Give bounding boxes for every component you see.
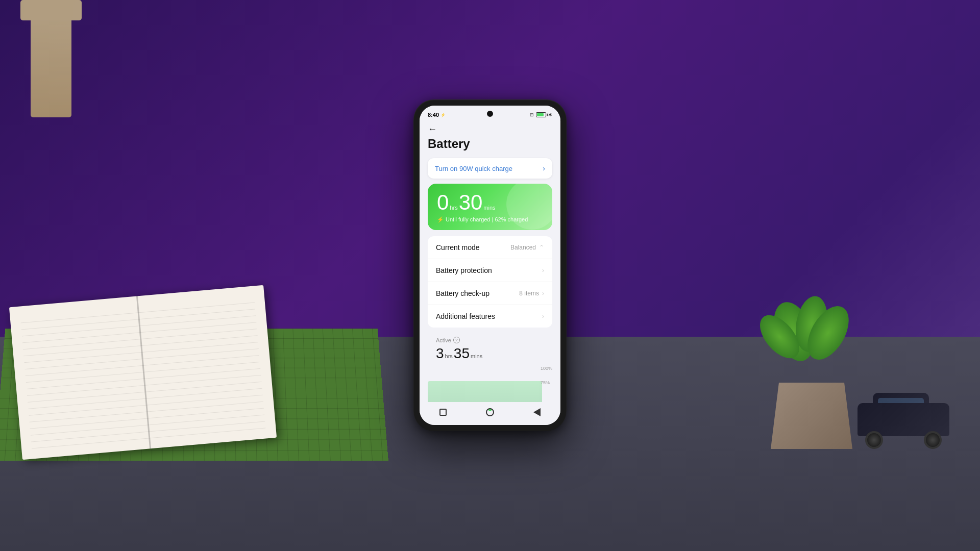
- info-icon[interactable]: ?: [453, 337, 460, 343]
- additional-features-item[interactable]: Additional features ›: [428, 305, 552, 328]
- battery-checkup-right: 8 items ›: [519, 290, 544, 297]
- navigation-bar: [420, 402, 560, 425]
- plant-pot: [771, 383, 852, 449]
- phone-body: 8:40 ⚡ ⊟ ✱ ← Battery: [413, 99, 567, 431]
- battery-protection-right: ›: [542, 267, 544, 274]
- battery-time-card: 0 hrs 30 mins ⚡ Until fully charged | 62…: [428, 184, 552, 230]
- quick-charge-label: Turn on 90W quick charge: [435, 165, 512, 172]
- desk-lamp: [31, 15, 71, 117]
- active-text: Active: [436, 337, 451, 343]
- open-book: [9, 285, 277, 460]
- quick-charge-arrow-icon: ›: [543, 164, 545, 172]
- page-title: Battery: [428, 137, 552, 151]
- active-hours-value: 3: [436, 345, 444, 362]
- nav-back-button[interactable]: [531, 406, 543, 418]
- home-icon: [486, 408, 494, 416]
- camera-notch: [487, 111, 493, 117]
- battery-protection-label: Battery protection: [436, 266, 492, 274]
- charging-status-text: ⚡ Until fully charged | 62% charged: [437, 216, 543, 223]
- battery-checkup-item[interactable]: Battery check-up 8 items ›: [428, 282, 552, 305]
- additional-features-arrow-icon: ›: [542, 313, 544, 320]
- battery-checkup-value: 8 items: [519, 290, 539, 297]
- usage-section: Active ? 3 hrs 35 mins: [420, 332, 560, 366]
- back-button[interactable]: ←: [428, 124, 552, 135]
- battery-checkup-label: Battery check-up: [436, 289, 489, 297]
- phone-device: 8:40 ⚡ ⊟ ✱ ← Battery: [413, 99, 567, 431]
- active-minutes-value: 35: [454, 345, 470, 362]
- wheel-front-right: [924, 431, 942, 449]
- hours-unit: hrs: [450, 205, 457, 211]
- additional-features-right: ›: [542, 313, 544, 320]
- lightning-icon: ⚡: [440, 113, 446, 117]
- chart-label-100: 100%: [541, 366, 552, 371]
- battery-protection-item[interactable]: Battery protection ›: [428, 259, 552, 282]
- current-mode-arrow-icon: ⌃: [539, 244, 544, 251]
- active-label-row: Active ?: [436, 337, 544, 343]
- status-right-icons: ⊟ ✱: [530, 112, 552, 117]
- screen-content: ← Battery Turn on 90W quick charge › 0 h…: [420, 120, 560, 425]
- phone-screen: 8:40 ⚡ ⊟ ✱ ← Battery: [420, 106, 560, 425]
- current-mode-item[interactable]: Current mode Balanced ⌃: [428, 236, 552, 259]
- battery-status-icon: [536, 112, 546, 117]
- battery-fill: [537, 113, 544, 116]
- wheel-front-left: [865, 431, 883, 449]
- current-mode-right: Balanced ⌃: [510, 244, 544, 251]
- additional-features-label: Additional features: [436, 312, 495, 320]
- screen-header: ← Battery: [420, 120, 560, 158]
- hours-value: 0: [437, 192, 449, 213]
- battery-protection-arrow-icon: ›: [542, 267, 544, 274]
- current-mode-value: Balanced: [510, 244, 536, 251]
- nav-recents-button[interactable]: [437, 406, 449, 418]
- battery-chart: 100% 75%: [428, 366, 552, 407]
- status-time: 8:40 ⚡: [428, 112, 446, 118]
- minutes-value: 30: [459, 192, 483, 213]
- nav-home-button[interactable]: [484, 406, 496, 418]
- back-icon: [533, 408, 541, 416]
- toy-car: [852, 388, 954, 449]
- quick-charge-banner[interactable]: Turn on 90W quick charge ›: [428, 158, 552, 179]
- active-hours-unit: hrs: [445, 353, 453, 359]
- chart-label-75: 75%: [541, 380, 552, 385]
- book-text: [20, 296, 266, 448]
- bluetooth-icon: ✱: [548, 112, 552, 117]
- battery-checkup-arrow-icon: ›: [542, 290, 544, 297]
- chart-labels: 100% 75%: [541, 366, 552, 385]
- active-time-display: 3 hrs 35 mins: [436, 345, 544, 362]
- current-mode-label: Current mode: [436, 243, 480, 252]
- active-minutes-unit: mins: [471, 353, 482, 359]
- time-display: 8:40: [428, 112, 439, 118]
- recents-icon: [439, 409, 447, 416]
- time-display-row: 0 hrs 30 mins: [437, 192, 543, 213]
- plant-leaves: [755, 296, 868, 388]
- minutes-unit: mins: [483, 205, 495, 211]
- sim-icon: ⊟: [530, 112, 534, 117]
- plant: [771, 383, 852, 449]
- menu-section: Current mode Balanced ⌃ Battery protecti…: [428, 236, 552, 328]
